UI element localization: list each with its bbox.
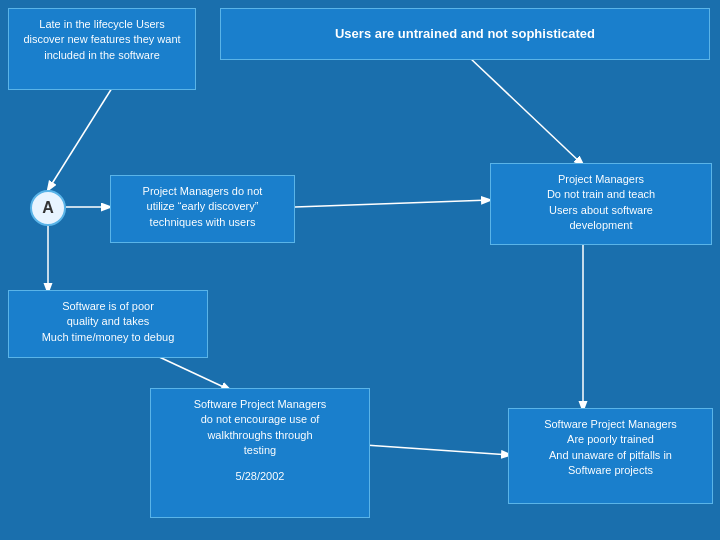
date-text: 5/28/2002: [236, 470, 285, 482]
project-managers-right-text: Project ManagersDo not train and teachUs…: [547, 173, 655, 231]
project-managers-action-text: Project Managers do notutilize “early di…: [143, 185, 263, 228]
top-left-text: Late in the lifecycle Users discover new…: [23, 18, 180, 61]
bottom-right-text: Software Project ManagersAre poorly trai…: [544, 418, 677, 476]
circle-a: A: [30, 190, 66, 226]
project-managers-action-box: Project Managers do notutilize “early di…: [110, 175, 295, 243]
svg-line-4: [155, 355, 230, 390]
circle-a-label: A: [42, 199, 54, 217]
software-quality-text: Software is of poorquality and takesMuch…: [42, 300, 175, 343]
project-managers-right-box: Project ManagersDo not train and teachUs…: [490, 163, 712, 245]
bottom-right-box: Software Project ManagersAre poorly trai…: [508, 408, 713, 504]
svg-line-3: [470, 58, 583, 165]
svg-line-2: [295, 200, 490, 207]
bottom-center-text: Software Project Managersdo not encourag…: [194, 398, 327, 456]
top-left-box: Late in the lifecycle Users discover new…: [8, 8, 196, 90]
top-center-text: Users are untrained and not sophisticate…: [335, 25, 595, 43]
software-quality-box: Software is of poorquality and takesMuch…: [8, 290, 208, 358]
bottom-center-box: Software Project Managersdo not encourag…: [150, 388, 370, 518]
svg-line-0: [48, 88, 112, 190]
svg-line-5: [365, 445, 510, 455]
date-label: 5/28/2002: [161, 469, 359, 484]
top-center-box: Users are untrained and not sophisticate…: [220, 8, 710, 60]
